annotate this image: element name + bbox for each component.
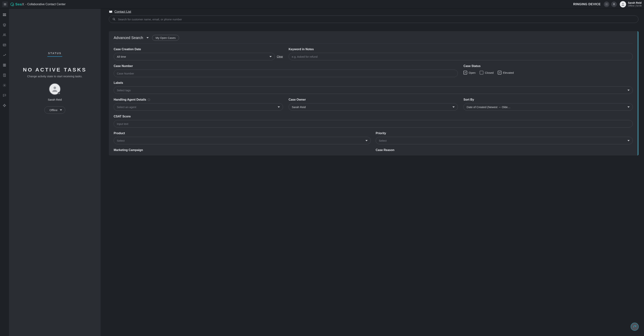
hamburger-button[interactable] (2, 2, 8, 7)
topbar-right: RINGING DEVICE Sarah Reid Offline | 5d 6… (573, 1, 642, 8)
svg-rect-17 (3, 64, 4, 66)
user-meta: Sarah Reid Offline | 5d 6h (628, 1, 642, 7)
label-product: Product (114, 132, 371, 135)
clear-link[interactable]: Clear (277, 55, 283, 58)
svg-rect-12 (3, 15, 6, 16)
svg-point-23 (113, 18, 114, 20)
priority-select[interactable]: Select (376, 137, 633, 144)
sidenav-item-card[interactable] (2, 43, 7, 47)
svg-rect-11 (3, 14, 6, 14)
label-csat: CSAT Score (114, 115, 633, 118)
keyword-input[interactable] (292, 55, 630, 58)
presence-dot (58, 92, 60, 95)
refresh-fab[interactable] (630, 322, 639, 331)
sidenav (0, 9, 9, 336)
csat-input-wrap[interactable] (114, 120, 633, 127)
status-tab-underline (47, 56, 62, 57)
field-case-number: Case Number (114, 64, 458, 77)
sidenav-item-contacts[interactable] (2, 33, 7, 37)
chevron-down-icon (366, 140, 368, 141)
chevron-down-icon (628, 140, 630, 141)
status-tab-label: STATUS (48, 52, 62, 55)
avatar (620, 1, 626, 8)
field-case-status: Case Status Open Closed Elevated (464, 64, 633, 77)
chevron-down-icon (146, 37, 149, 39)
case-owner-select[interactable]: Sarah Reid (289, 103, 458, 111)
contact-list-row: Contact List (109, 9, 638, 14)
field-handling-agent: Handling Agent Details Select an agent (114, 98, 283, 111)
svg-point-6 (606, 5, 606, 5)
label-priority: Priority (376, 132, 633, 135)
label-case-owner: Case Owner (289, 98, 458, 101)
mic-icon (612, 3, 616, 6)
case-number-input-wrap[interactable] (114, 70, 458, 77)
creation-date-select[interactable]: All time (114, 53, 275, 60)
field-priority: Priority Select (376, 132, 633, 144)
keyword-input-wrap[interactable] (289, 53, 633, 60)
panel-header: Advanced Search My Open Cases (114, 35, 633, 44)
csat-input[interactable] (117, 122, 630, 125)
check-elevated[interactable]: Elevated (498, 71, 514, 74)
svg-point-21 (4, 85, 5, 86)
sidenav-item-analytics[interactable] (2, 53, 7, 57)
customer-search[interactable] (109, 16, 638, 23)
label-creation-date: Case Creation Date (114, 48, 283, 51)
field-product: Product Select (114, 132, 371, 144)
svg-rect-15 (3, 44, 6, 46)
info-icon (148, 98, 150, 101)
product-select[interactable]: Select (114, 137, 371, 144)
dialpad-icon (605, 3, 608, 6)
field-csat: CSAT Score (114, 115, 633, 127)
sidenav-item-settings[interactable] (2, 83, 7, 88)
labels-select[interactable]: Select tags (114, 86, 633, 94)
sort-by-select[interactable]: Date of Created (Newest → Olde… (464, 103, 633, 111)
customer-search-input[interactable] (118, 18, 635, 21)
dialpad-button[interactable] (604, 2, 609, 7)
agent-name: Sarah Reid (48, 98, 62, 101)
svg-point-1 (606, 3, 607, 4)
check-open[interactable]: Open (464, 71, 476, 74)
advanced-search-toggle[interactable]: Advanced Search (114, 36, 149, 40)
checkbox-icon (498, 71, 502, 74)
svg-point-5 (607, 4, 608, 5)
label-case-status: Case Status (464, 64, 633, 68)
user-chip[interactable]: Sarah Reid Offline | 5d 6h (620, 1, 642, 8)
contact-list-link[interactable]: Contact List (114, 10, 131, 14)
handling-agent-select[interactable]: Select an agent (114, 103, 283, 111)
label-sort-by: Sort By (464, 98, 633, 101)
ringing-device-label: RINGING DEVICE (573, 3, 601, 6)
sidenav-item-integrations[interactable] (2, 103, 7, 108)
no-tasks-headline: NO ACTIVE TASKS (23, 67, 87, 73)
brand-name: SeaX (15, 2, 24, 6)
sidenav-item-tasks[interactable] (2, 13, 7, 17)
case-number-input[interactable] (117, 72, 455, 75)
field-case-owner: Case Owner Sarah Reid (289, 98, 458, 111)
brand-logo-icon (10, 3, 14, 6)
field-case-reason: Case Reason (376, 148, 633, 152)
chevron-down-icon (60, 109, 62, 111)
sidenav-item-layers[interactable] (2, 23, 7, 27)
chevron-down-icon (628, 106, 630, 108)
svg-rect-9 (614, 3, 614, 5)
field-creation-date: Case Creation Date All time Clear (114, 48, 283, 60)
sidenav-item-library[interactable] (2, 63, 7, 67)
search-icon (112, 18, 116, 21)
field-marketing: Marketing Campaign (114, 148, 371, 152)
availability-select[interactable]: Offline (44, 106, 65, 114)
my-open-cases-button[interactable]: My Open Cases (152, 35, 179, 41)
sidenav-item-chat[interactable] (2, 93, 7, 98)
mic-button[interactable] (611, 2, 617, 7)
no-tasks-hint: Change activity state to start receiving… (27, 75, 82, 78)
refresh-icon (633, 325, 636, 328)
label-labels: Labels (114, 81, 633, 85)
availability-value: Offline (50, 108, 58, 112)
svg-point-7 (606, 5, 607, 5)
svg-point-0 (606, 3, 606, 4)
chevron-down-icon (628, 90, 630, 91)
field-keyword: Keyword in Notes (289, 48, 633, 60)
svg-point-3 (606, 4, 606, 5)
hamburger-icon (4, 3, 6, 6)
sidenav-item-notes[interactable] (2, 73, 7, 77)
check-closed[interactable]: Closed (480, 71, 494, 74)
topbar: SeaX - Collaborative Contact Center RING… (0, 0, 644, 9)
